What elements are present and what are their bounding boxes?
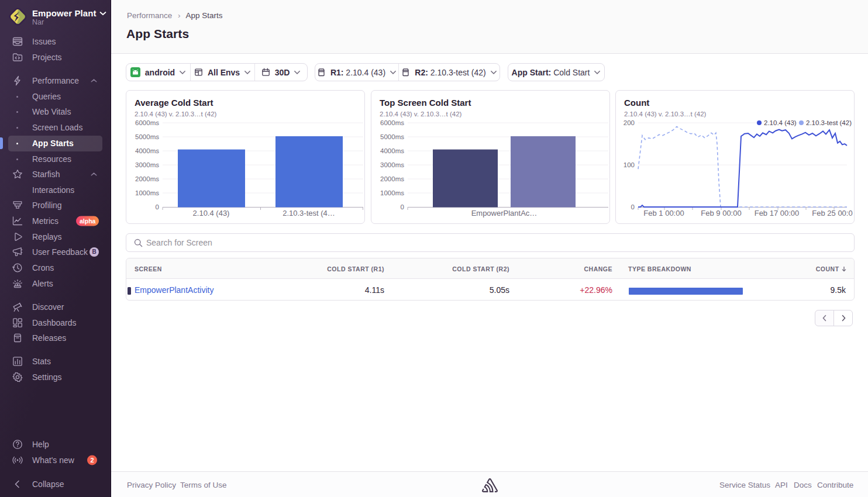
svg-text:3000ms: 3000ms: [380, 161, 404, 168]
svg-text:5000ms: 5000ms: [135, 133, 159, 140]
svg-text:Feb 17 00:00: Feb 17 00:00: [755, 209, 800, 218]
svg-text:1000ms: 1000ms: [135, 189, 159, 196]
svg-text:2.10.3-test (42): 2.10.3-test (42): [806, 119, 852, 126]
svg-text:EmpowerPlantAc…: EmpowerPlantAc…: [471, 209, 538, 218]
svg-text:0: 0: [156, 203, 159, 210]
svg-text:Feb 25 00:0: Feb 25 00:0: [812, 209, 852, 218]
svg-text:2000ms: 2000ms: [135, 175, 159, 182]
svg-text:2.10.4 (43): 2.10.4 (43): [764, 119, 797, 126]
svg-text:5000ms: 5000ms: [380, 133, 404, 140]
svg-text:200: 200: [624, 119, 635, 126]
svg-text:6000ms: 6000ms: [135, 119, 159, 126]
svg-text:6000ms: 6000ms: [380, 119, 404, 126]
svg-text:2.10.3-test (4…: 2.10.3-test (4…: [283, 209, 335, 218]
svg-text:Feb 9 00:00: Feb 9 00:00: [701, 209, 741, 218]
svg-text:0: 0: [631, 203, 635, 210]
svg-text:2000ms: 2000ms: [380, 175, 404, 182]
svg-text:3000ms: 3000ms: [135, 161, 159, 168]
svg-text:Feb 1 00:00: Feb 1 00:00: [643, 209, 684, 218]
svg-text:2.10.4 (43): 2.10.4 (43): [193, 209, 230, 218]
svg-text:4000ms: 4000ms: [380, 147, 404, 154]
svg-text:1000ms: 1000ms: [380, 189, 404, 196]
svg-text:0: 0: [401, 203, 404, 210]
svg-text:100: 100: [624, 161, 635, 168]
svg-text:4000ms: 4000ms: [135, 147, 159, 154]
